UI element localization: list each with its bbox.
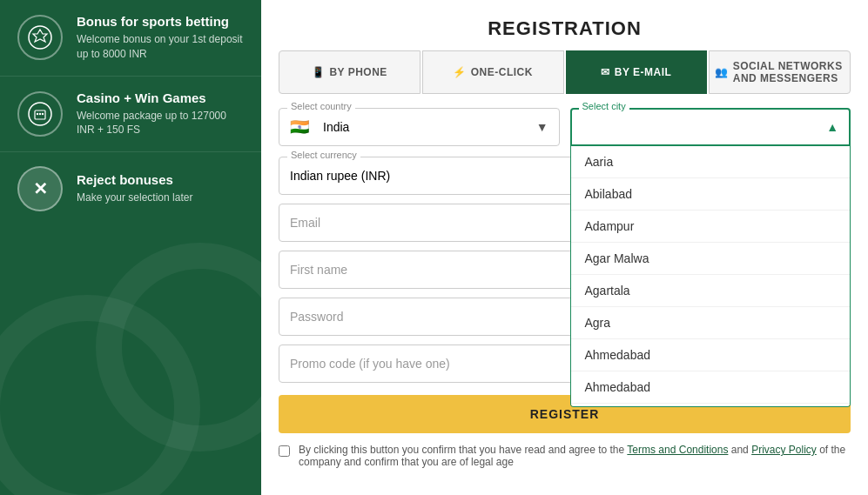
casino-bonus-text: Casino + Win Games Welcome package up to… bbox=[77, 90, 244, 138]
terms-text: By clicking this button you confirm that… bbox=[299, 444, 851, 468]
reject-text: Reject bonuses Make your selection later bbox=[77, 172, 192, 205]
country-chevron-down-icon: ▼ bbox=[536, 120, 548, 134]
tab-by-email-label: BY E-MAIL bbox=[615, 66, 672, 78]
city-option-abilabad[interactable]: Abilabad bbox=[571, 178, 851, 211]
tab-social[interactable]: 👥 SOCIAL NETWORKS AND MESSENGERS bbox=[709, 50, 851, 94]
close-icon: ✕ bbox=[33, 178, 48, 199]
svg-marker-1 bbox=[33, 30, 47, 42]
currency-value: Indian rupee (INR) bbox=[290, 169, 390, 183]
city-option-ahmedabad-1[interactable]: Ahmedabad bbox=[571, 339, 851, 371]
phone-icon: 📱 bbox=[312, 66, 326, 78]
registration-form: Select country 🇮🇳 India ▼ Select city ▲ bbox=[261, 108, 868, 468]
tab-one-click-label: ONE-CLICK bbox=[471, 66, 533, 78]
svg-point-4 bbox=[37, 113, 38, 115]
svg-point-6 bbox=[42, 113, 44, 115]
terms-conditions-link[interactable]: Terms and Conditions bbox=[627, 444, 728, 456]
city-option-adampur[interactable]: Adampur bbox=[571, 211, 851, 243]
terms-row: By clicking this button you confirm that… bbox=[279, 444, 851, 468]
sports-bonus-title: Bonus for sports betting bbox=[77, 14, 244, 29]
casino-bonus-desc: Welcome package up to 127000 INR + 150 F… bbox=[77, 109, 244, 138]
soccer-ball-icon bbox=[17, 15, 63, 60]
city-option-aaria[interactable]: Aaria bbox=[571, 146, 851, 178]
country-select-group: Select country 🇮🇳 India ▼ bbox=[279, 108, 560, 146]
casino-icon bbox=[17, 91, 63, 137]
reject-icon-box: ✕ bbox=[17, 166, 63, 211]
tab-by-phone-label: BY PHONE bbox=[329, 66, 387, 78]
email-icon: ✉ bbox=[601, 66, 610, 78]
tab-one-click[interactable]: ⚡ ONE-CLICK bbox=[422, 50, 564, 94]
reject-desc: Make your selection later bbox=[77, 191, 192, 205]
sidebar-item-sports-bonus[interactable]: Bonus for sports betting Welcome bonus o… bbox=[0, 0, 261, 77]
country-value: India bbox=[323, 120, 349, 134]
registration-tabs: 📱 BY PHONE ⚡ ONE-CLICK ✉ BY E-MAIL 👥 SOC… bbox=[261, 50, 868, 94]
reject-title: Reject bonuses bbox=[77, 172, 192, 187]
sidebar: Bonus for sports betting Welcome bonus o… bbox=[0, 0, 261, 495]
city-option-agra[interactable]: Agra bbox=[571, 307, 851, 339]
sports-bonus-desc: Welcome bonus on your 1st deposit up to … bbox=[77, 32, 244, 62]
social-icon: 👥 bbox=[715, 66, 729, 78]
terms-checkbox[interactable] bbox=[279, 445, 290, 457]
city-option-agartala[interactable]: Agartala bbox=[571, 275, 851, 307]
sidebar-item-casino[interactable]: Casino + Win Games Welcome package up to… bbox=[0, 77, 261, 153]
city-option-ahmednagar[interactable]: Ahmednagar bbox=[571, 404, 851, 407]
india-flag-icon: 🇮🇳 bbox=[290, 117, 309, 137]
city-dropdown: Aaria Abilabad Adampur Agar Malwa Agarta… bbox=[570, 146, 851, 407]
city-select-group: Select city ▲ Aaria Abilabad Adampur Aga… bbox=[570, 108, 851, 146]
city-option-ahmedabad-2[interactable]: Ahmedabad bbox=[571, 371, 851, 404]
svg-point-5 bbox=[39, 113, 41, 115]
tab-by-phone[interactable]: 📱 BY PHONE bbox=[279, 50, 421, 94]
lightning-icon: ⚡ bbox=[453, 66, 467, 78]
country-select[interactable]: 🇮🇳 India ▼ bbox=[279, 108, 560, 146]
main-content: REGISTRATION 📱 BY PHONE ⚡ ONE-CLICK ✉ BY… bbox=[261, 0, 868, 495]
tab-social-label: SOCIAL NETWORKS AND MESSENGERS bbox=[733, 60, 844, 84]
page-title: REGISTRATION bbox=[261, 0, 868, 50]
country-label: Select country bbox=[287, 101, 355, 111]
city-label: Select city bbox=[579, 101, 629, 111]
privacy-policy-link[interactable]: Privacy Policy bbox=[751, 444, 817, 456]
location-row: Select country 🇮🇳 India ▼ Select city ▲ bbox=[279, 108, 851, 146]
city-chevron-up-icon: ▲ bbox=[826, 120, 838, 134]
tab-by-email[interactable]: ✉ BY E-MAIL bbox=[566, 50, 708, 94]
sidebar-item-reject[interactable]: ✕ Reject bonuses Make your selection lat… bbox=[0, 152, 261, 225]
city-select[interactable]: ▲ bbox=[570, 108, 851, 146]
sports-bonus-text: Bonus for sports betting Welcome bonus o… bbox=[77, 14, 244, 62]
currency-label: Select currency bbox=[287, 150, 360, 160]
casino-bonus-title: Casino + Win Games bbox=[77, 90, 244, 105]
city-option-agar-malwa[interactable]: Agar Malwa bbox=[571, 243, 851, 275]
